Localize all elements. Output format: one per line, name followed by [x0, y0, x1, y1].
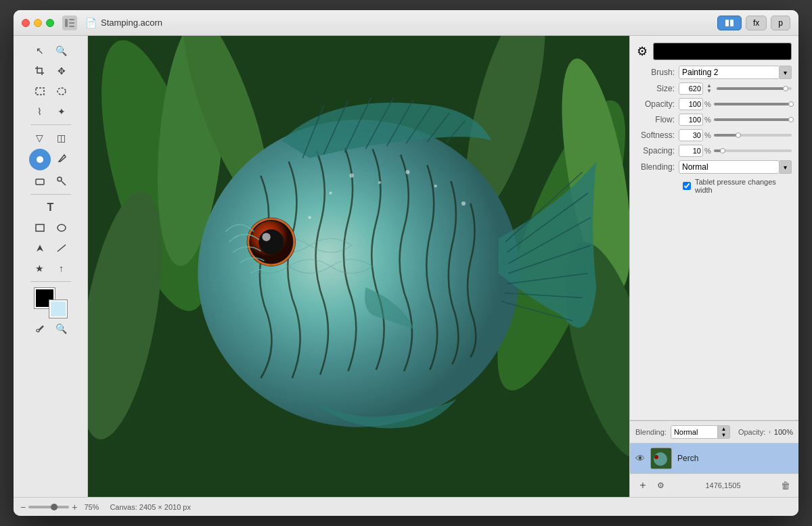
opacity-label: Opacity:: [637, 99, 679, 109]
svg-point-47: [405, 170, 409, 174]
size-slider[interactable]: [717, 87, 792, 90]
svg-point-51: [309, 216, 311, 219]
spacing-input[interactable]: [679, 145, 703, 157]
zoom-level: 75%: [84, 503, 99, 511]
clone-stamp-tool[interactable]: [51, 172, 72, 191]
tool-row-3: [30, 82, 72, 101]
softness-slider[interactable]: [714, 134, 792, 137]
layers-opacity-label: Opacity:: [738, 428, 765, 436]
canvas-coordinates: 1476,1505: [671, 481, 775, 489]
svg-line-13: [58, 245, 66, 252]
lasso-tool[interactable]: ⌇: [30, 102, 50, 121]
traffic-lights: [22, 19, 54, 27]
svg-rect-4: [725, 20, 729, 26]
marquee-ellipse-tool[interactable]: [51, 82, 72, 101]
layers-blend-arrows[interactable]: ▲ ▼: [718, 425, 730, 439]
color-swatch[interactable]: [653, 43, 792, 60]
settings-icon[interactable]: ⚙: [637, 44, 648, 59]
brush-panel: ⚙ Brush: Painting 2 ▾ Size:: [630, 36, 798, 421]
close-button[interactable]: [22, 19, 30, 27]
fx-panel-button[interactable]: fx: [746, 16, 767, 30]
softness-input[interactable]: [679, 129, 703, 141]
size-stepper[interactable]: ▲ ▼: [704, 83, 714, 94]
size-input[interactable]: [679, 82, 703, 95]
svg-rect-2: [69, 22, 74, 24]
size-label: Size:: [637, 84, 679, 93]
flow-slider[interactable]: [714, 118, 792, 121]
layer-name-label: Perch: [677, 454, 698, 463]
layers-opacity-slider[interactable]: [769, 431, 770, 433]
canvas-info: Canvas: 2405 × 2010 px: [110, 503, 191, 511]
brush-select[interactable]: Painting 2: [679, 66, 780, 79]
arrow-shape-tool[interactable]: ↑: [51, 259, 72, 278]
eraser-tool[interactable]: [30, 172, 50, 191]
main-area: ↖ 🔍 ✥: [14, 36, 798, 497]
opacity-input[interactable]: [679, 98, 703, 110]
flow-unit: %: [704, 116, 711, 124]
shape-rect-tool[interactable]: [30, 218, 50, 237]
p-panel-button[interactable]: p: [771, 16, 790, 30]
transform-tool[interactable]: ✥: [51, 62, 72, 80]
blending-select[interactable]: Normal: [679, 160, 780, 174]
titlebar: 📄 Stamping.acorn fx p: [14, 10, 798, 36]
p-label: p: [778, 18, 783, 28]
star-tool[interactable]: ★: [30, 259, 50, 278]
document-name: Stamping.acorn: [101, 18, 162, 28]
maximize-button[interactable]: [46, 19, 54, 27]
zoom-tool-bottom[interactable]: 🔍: [51, 319, 72, 338]
titlebar-right-buttons: fx p: [717, 16, 790, 30]
eyedropper-tool[interactable]: [30, 319, 50, 338]
svg-point-24: [198, 120, 519, 427]
layer-settings-button[interactable]: ⚙: [653, 478, 668, 493]
svg-point-45: [350, 174, 354, 178]
blending-select-arrow[interactable]: ▾: [780, 160, 792, 174]
opacity-slider[interactable]: [714, 103, 792, 105]
brush-select-arrow[interactable]: ▾: [780, 66, 792, 79]
tablet-pressure-label: Tablet pressure changes width: [695, 178, 792, 194]
zoom-in-icon[interactable]: +: [72, 502, 77, 512]
layer-item[interactable]: 👁 Perch: [630, 444, 798, 473]
brush-select-wrap: Painting 2 ▾: [679, 66, 792, 79]
magic-wand-tool[interactable]: ✦: [51, 102, 72, 121]
zoom-tool[interactable]: 🔍: [51, 41, 72, 60]
svg-point-53: [654, 452, 667, 466]
tool-row-7: [30, 172, 72, 191]
layer-visibility-icon[interactable]: 👁: [635, 453, 645, 464]
canvas-area[interactable]: [88, 36, 629, 497]
opacity-row: Opacity: %: [637, 98, 792, 110]
tablet-pressure-checkbox[interactable]: [683, 182, 691, 190]
delete-layer-button[interactable]: 🗑: [778, 478, 793, 493]
tools-panel-button[interactable]: [717, 16, 742, 30]
arrow-tool[interactable]: ↖: [30, 41, 50, 60]
size-row: Size: ▲ ▼: [637, 82, 792, 95]
gradient-tool[interactable]: ◫: [51, 128, 72, 147]
size-down[interactable]: ▼: [704, 89, 714, 94]
add-layer-button[interactable]: +: [635, 478, 650, 493]
line-tool[interactable]: [51, 239, 72, 258]
tool-row-11: ★ ↑: [30, 259, 72, 278]
layers-blend-input[interactable]: [671, 425, 718, 439]
brush-tool[interactable]: [29, 149, 51, 170]
minimize-button[interactable]: [34, 19, 42, 27]
spacing-slider[interactable]: [714, 149, 792, 152]
zoom-slider[interactable]: [28, 506, 69, 508]
shape-ellipse-tool[interactable]: [51, 218, 72, 237]
vector-brush-tool[interactable]: [52, 149, 72, 168]
paint-bucket-tool[interactable]: ▽: [30, 128, 50, 147]
layers-opacity-value: 100%: [774, 428, 793, 436]
marquee-rect-tool[interactable]: [30, 82, 50, 101]
text-tool[interactable]: T: [41, 198, 61, 217]
svg-point-46: [378, 181, 381, 184]
layers-panel: Blending: ▲ ▼ Opacity: 100% 👁: [630, 421, 798, 497]
layers-footer: + ⚙ 1476,1505 🗑: [630, 473, 798, 497]
blending-row: Blending: Normal ▾: [637, 160, 792, 174]
crop-tool[interactable]: [30, 62, 50, 80]
vector-pen-tool[interactable]: [30, 239, 50, 258]
background-color[interactable]: [49, 300, 67, 318]
sidebar-toggle-button[interactable]: [62, 16, 77, 30]
app-window: 📄 Stamping.acorn fx p ↖ 🔍: [14, 10, 798, 516]
svg-point-50: [461, 201, 466, 206]
zoom-out-icon[interactable]: −: [20, 502, 26, 512]
tool-row-5: ▽ ◫: [30, 128, 72, 147]
flow-input[interactable]: [679, 114, 703, 126]
